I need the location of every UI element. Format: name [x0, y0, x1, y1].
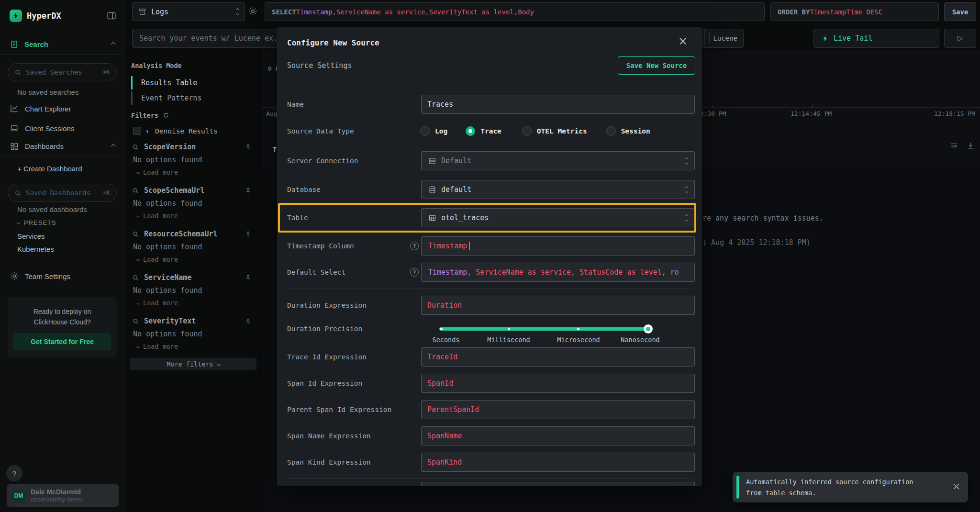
modal-divider — [287, 289, 693, 289]
duration-expression-input[interactable] — [421, 296, 695, 315]
laptop-icon — [10, 123, 19, 133]
load-more-button[interactable]: Load more — [137, 168, 262, 177]
sidebar-item-search[interactable]: Search — [0, 34, 124, 55]
brand-name: HyperDX — [27, 11, 61, 21]
trace-id-input[interactable] — [421, 347, 695, 367]
duration-precision-slider[interactable] — [439, 327, 648, 331]
help-button[interactable]: ? — [6, 465, 22, 481]
download-icon[interactable] — [967, 142, 975, 150]
close-icon[interactable]: × — [952, 480, 960, 492]
saved-searches-input[interactable]: ⌘K — [8, 63, 117, 81]
partial-input[interactable] — [421, 482, 695, 486]
load-more-button[interactable]: Load more — [137, 342, 262, 351]
timestamp-column-input[interactable]: Timestamp — [421, 236, 695, 256]
mode-event-patterns[interactable]: Event Patterns — [131, 91, 201, 105]
pin-icon[interactable] — [245, 231, 252, 238]
chevron-down-icon — [136, 214, 140, 217]
span-name-input[interactable] — [421, 426, 695, 445]
load-more-button[interactable]: Load more — [137, 255, 262, 264]
chevron-down-icon — [136, 301, 140, 304]
source-settings-gear-icon[interactable] — [248, 6, 258, 16]
slider-label-microsecond[interactable]: Microsecond — [557, 336, 600, 344]
source-select[interactable]: Logs — [132, 2, 245, 21]
no-saved-searches-text: No saved searches — [17, 88, 78, 96]
save-button[interactable]: Save — [944, 2, 976, 21]
close-icon[interactable]: × — [678, 34, 688, 48]
pin-icon[interactable] — [245, 318, 252, 325]
save-new-source-button[interactable]: Save New Source — [618, 56, 695, 75]
saved-dashboards-input[interactable]: ⌘K — [8, 184, 117, 202]
radio-otel-metrics[interactable] — [522, 126, 532, 136]
span-id-input[interactable] — [421, 374, 695, 393]
live-tail-button[interactable]: Live Tail — [813, 29, 939, 48]
preset-item-kubernetes[interactable]: Kubernetes — [17, 245, 54, 253]
toast-notification[interactable]: Automatically inferred source configurat… — [733, 472, 968, 502]
modal-divider — [287, 479, 693, 479]
default-select-input[interactable]: Timestamp , ServiceName as service , Sta… — [421, 263, 695, 282]
presets-toggle[interactable]: PRESETS — [17, 219, 56, 226]
select-chevrons-icon — [685, 187, 688, 193]
shortcut-badge: ⌘K — [103, 189, 110, 196]
saved-searches-field[interactable] — [26, 68, 99, 76]
database-select[interactable]: default — [421, 180, 695, 199]
slider-thumb[interactable] — [644, 324, 653, 334]
get-started-button[interactable]: Get Started for Free — [13, 333, 111, 350]
slider-mark[interactable] — [577, 328, 579, 330]
code-token: , — [662, 268, 670, 277]
pin-icon[interactable] — [245, 274, 252, 281]
radio-trace-label: Trace — [480, 127, 501, 135]
mode-results-table[interactable]: Results Table — [131, 76, 197, 89]
radio-session-label: Session — [621, 127, 650, 135]
user-menu[interactable]: DM Dale McDiarmid observability-demo — [7, 484, 119, 507]
span-id-label: Span Id Expression — [287, 374, 362, 393]
load-more-button[interactable]: Load more — [137, 211, 262, 220]
sidebar-item-label: Dashboards — [25, 142, 64, 150]
table-select[interactable]: otel_traces — [421, 208, 695, 227]
slider-label-seconds[interactable]: Seconds — [433, 336, 460, 344]
slider-label-millisecond[interactable]: Millisecond — [487, 336, 530, 344]
order-by-input[interactable]: ORDER BY TimestampTime DESC — [770, 2, 939, 21]
saved-dashboards-field[interactable] — [26, 189, 99, 197]
chevron-up-icon[interactable] — [111, 42, 116, 47]
no-options-text: No options found — [133, 243, 262, 252]
server-connection-select[interactable]: Default — [421, 151, 695, 170]
create-dashboard-button[interactable]: + Create Dashboard — [17, 165, 82, 173]
denoise-checkbox[interactable] — [133, 127, 141, 135]
more-filters-button[interactable]: More filters — [130, 358, 256, 370]
slider-label-nanosecond[interactable]: Nanosecond — [621, 336, 659, 344]
shortcut-badge: ⌘K — [103, 69, 110, 76]
sidebar-item-dashboards[interactable]: Dashboards — [0, 137, 124, 156]
play-button[interactable]: ▷ — [944, 29, 976, 48]
wrap-lines-icon[interactable] — [950, 142, 958, 150]
avatar: DM — [11, 489, 26, 503]
slider-mark[interactable] — [440, 328, 443, 330]
syntax-hint-partial: re any search syntax issues. — [702, 214, 824, 223]
sidebar-item-client-sessions[interactable]: Client Sessions — [0, 119, 124, 137]
slider-mark[interactable] — [508, 328, 510, 330]
refresh-icon[interactable] — [163, 112, 169, 119]
preset-item-services[interactable]: Services — [17, 232, 45, 240]
database-label: Database — [287, 180, 321, 199]
name-input[interactable] — [421, 95, 695, 114]
promo-text-line1: Ready to deploy on — [13, 306, 111, 317]
denoise-row[interactable]: ◐ Denoise Results — [133, 127, 218, 135]
sidebar-item-chart-explorer[interactable]: Chart Explorer — [0, 100, 124, 118]
sql-select-input[interactable]: SELECT Timestamp , ServiceName as servic… — [265, 2, 765, 21]
radio-trace[interactable] — [466, 126, 475, 136]
collapse-sidebar-icon[interactable] — [106, 11, 117, 21]
lucene-language-toggle[interactable]: Lucene — [704, 29, 744, 48]
chevron-up-icon[interactable] — [111, 144, 116, 149]
timestamp-column-label: Timestamp Column — [287, 236, 354, 256]
radio-session[interactable] — [606, 126, 616, 136]
span-kind-input[interactable] — [421, 453, 695, 472]
code-token: ro — [670, 268, 679, 277]
timestamp-column-value: Timestamp — [428, 242, 467, 250]
pin-icon[interactable] — [245, 144, 252, 151]
sidebar-item-team-settings[interactable]: Team Settings — [0, 267, 124, 285]
table-value: otel_traces — [441, 213, 489, 222]
server-connection-value: Default — [441, 156, 471, 165]
pin-icon[interactable] — [245, 187, 252, 194]
radio-log[interactable] — [420, 126, 430, 136]
load-more-button[interactable]: Load more — [137, 299, 262, 307]
parent-span-id-input[interactable] — [421, 400, 695, 419]
